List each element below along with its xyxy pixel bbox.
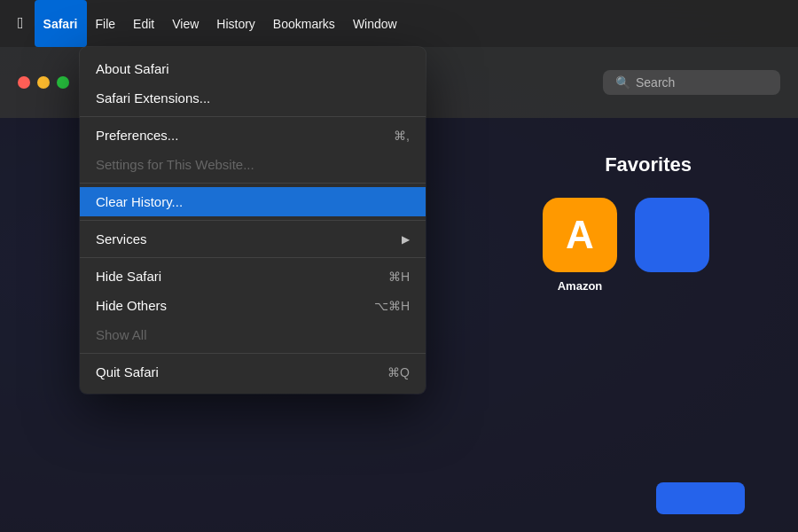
- preferences-item[interactable]: Preferences... ⌘,: [80, 121, 426, 150]
- menubar:  Safari File Edit View History Bookmark…: [0, 0, 798, 47]
- minimize-button[interactable]: [37, 76, 50, 89]
- quit-safari-shortcut: ⌘Q: [387, 365, 410, 379]
- traffic-lights: [18, 76, 69, 89]
- menubar-safari[interactable]: Safari: [35, 0, 87, 47]
- menubar-bookmarks[interactable]: Bookmarks: [264, 0, 344, 47]
- apple-menu-item[interactable]: : [7, 0, 35, 47]
- about-safari-item[interactable]: About Safari: [80, 54, 426, 83]
- menu-section-hide: Hide Safari ⌘H Hide Others ⌥⌘H Show All: [80, 258, 426, 354]
- blue-icon: [635, 198, 709, 272]
- menubar-history[interactable]: History: [207, 0, 264, 47]
- amazon-icon: A: [543, 198, 617, 272]
- hide-safari-shortcut: ⌘H: [388, 270, 410, 284]
- show-all-item: Show All: [80, 320, 426, 349]
- menubar-view[interactable]: View: [163, 0, 207, 47]
- favorite-amazon[interactable]: A Amazon: [543, 198, 617, 293]
- services-arrow-icon: ▶: [402, 233, 410, 246]
- menu-section-history: Clear History...: [80, 184, 426, 221]
- favorite-blue[interactable]: [635, 198, 709, 293]
- menubar-edit[interactable]: Edit: [124, 0, 163, 47]
- hide-others-item[interactable]: Hide Others ⌥⌘H: [80, 291, 426, 320]
- safari-menu-dropdown: About Safari Safari Extensions... Prefer…: [80, 47, 426, 394]
- clear-history-item[interactable]: Clear History...: [80, 187, 426, 216]
- favorites-grid: A Amazon: [543, 198, 727, 293]
- menu-section-quit: Quit Safari ⌘Q: [80, 354, 426, 390]
- fullscreen-button[interactable]: [57, 76, 69, 89]
- menu-section-about: About Safari Safari Extensions...: [80, 51, 426, 117]
- close-button[interactable]: [18, 76, 30, 89]
- bottom-blue-button[interactable]: [656, 482, 745, 514]
- hide-safari-item[interactable]: Hide Safari ⌘H: [80, 262, 426, 291]
- amazon-label: Amazon: [558, 279, 603, 293]
- menu-section-preferences: Preferences... ⌘, Settings for This Webs…: [80, 117, 426, 184]
- search-placeholder: Search: [636, 75, 675, 90]
- search-bar[interactable]: 🔍 Search: [603, 70, 780, 95]
- favorites-title: Favorites: [605, 153, 727, 176]
- services-item[interactable]: Services ▶: [80, 224, 426, 254]
- safari-extensions-item[interactable]: Safari Extensions...: [80, 83, 426, 113]
- preferences-shortcut: ⌘,: [394, 129, 410, 143]
- menu-section-services: Services ▶: [80, 221, 426, 258]
- menubar-window[interactable]: Window: [344, 0, 406, 47]
- menubar-file[interactable]: File: [87, 0, 125, 47]
- search-icon: 🔍: [615, 75, 630, 90]
- quit-safari-item[interactable]: Quit Safari ⌘Q: [80, 357, 426, 387]
- settings-website-item: Settings for This Website...: [80, 150, 426, 179]
- hide-others-shortcut: ⌥⌘H: [374, 299, 410, 313]
